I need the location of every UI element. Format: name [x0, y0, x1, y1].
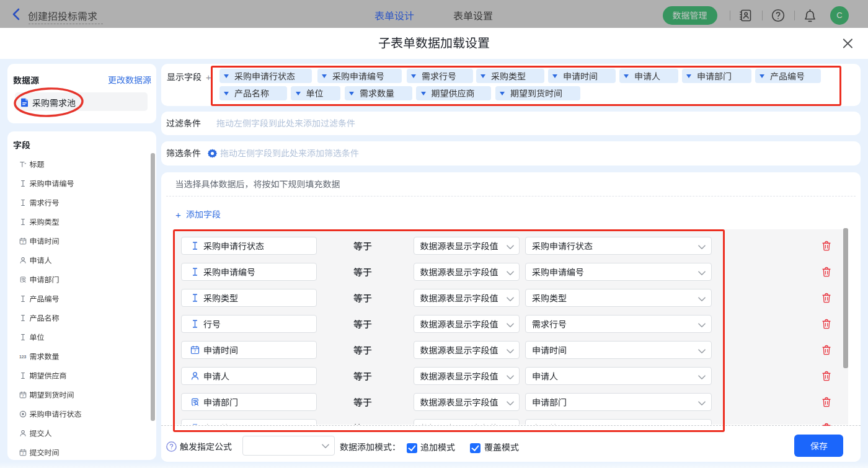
- svg-text:7: 7: [22, 452, 24, 456]
- svg-text:123: 123: [19, 355, 27, 359]
- svg-text:7: 7: [22, 241, 24, 244]
- svg-text:7: 7: [22, 394, 24, 398]
